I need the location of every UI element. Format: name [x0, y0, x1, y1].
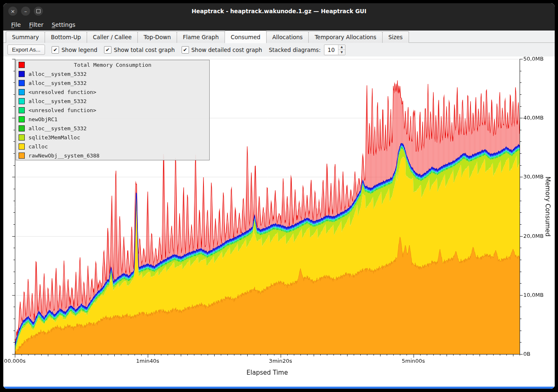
- tab-summary[interactable]: Summary: [6, 31, 45, 43]
- tab-bottom-up[interactable]: Bottom-Up: [45, 31, 87, 43]
- legend-item: alloc__system_5332: [16, 124, 209, 133]
- legend-item: alloc__system_5332: [16, 78, 209, 87]
- show-legend-checkbox-group[interactable]: ✔ Show legend: [52, 46, 97, 54]
- legend-swatch: [19, 71, 25, 77]
- x-axis-title: Elapsed Time: [246, 369, 288, 376]
- x-tick-label: 3min20s: [269, 358, 292, 364]
- tab-top-down[interactable]: Top-Down: [137, 31, 177, 43]
- y-tick-label: 30,0MB: [523, 174, 544, 180]
- show-detailed-cost-checkbox[interactable]: ✔: [182, 46, 189, 54]
- y-tick-label: 0B: [523, 351, 530, 357]
- legend-swatch: [19, 107, 25, 113]
- x-tick-label: 1min40s: [136, 358, 159, 364]
- maximize-button[interactable]: [34, 7, 43, 16]
- tab-temporary-allocations[interactable]: Temporary Allocations: [308, 31, 382, 43]
- legend-item: <unresolved function>: [16, 87, 209, 96]
- spin-up-icon[interactable]: ▲: [338, 45, 345, 50]
- legend-swatch-total: [19, 62, 25, 68]
- x-tick-label: 00.000s: [4, 358, 26, 364]
- spin-down-icon[interactable]: ▼: [338, 50, 345, 55]
- show-legend-checkbox[interactable]: ✔: [52, 46, 59, 54]
- legend-swatch: [19, 125, 25, 131]
- legend-title-row: Total Memory Consumption: [16, 60, 209, 69]
- legend-item: alloc__system_5332: [16, 69, 209, 78]
- show-detailed-cost-checkbox-group[interactable]: ✔ Show detailed cost graph: [182, 46, 262, 54]
- show-total-cost-checkbox-group[interactable]: ✔ Show total cost graph: [104, 46, 175, 54]
- legend-item: rawNewObj__system_6388: [16, 151, 209, 160]
- show-legend-label[interactable]: Show legend: [61, 47, 97, 53]
- window-controls: × –: [8, 3, 43, 19]
- tab-sizes[interactable]: Sizes: [382, 31, 409, 43]
- legend-item: calloc: [16, 142, 209, 151]
- stacked-diagrams-value[interactable]: 10: [324, 45, 338, 55]
- export-as-button[interactable]: Export As...: [7, 45, 45, 55]
- tab-consumed[interactable]: Consumed: [225, 31, 267, 43]
- legend-swatch: [19, 80, 25, 86]
- tab-allocations[interactable]: Allocations: [266, 31, 309, 43]
- toolbar: Export As... ✔ Show legend ✔ Show total …: [3, 43, 555, 56]
- close-icon: ×: [11, 9, 15, 14]
- show-detailed-cost-label[interactable]: Show detailed cost graph: [192, 47, 262, 53]
- show-total-cost-checkbox[interactable]: ✔: [104, 46, 111, 54]
- y-axis-title: Memory Consumed: [544, 176, 551, 237]
- tab-caller-callee[interactable]: Caller / Callee: [87, 31, 138, 43]
- maximize-icon: [36, 9, 40, 13]
- chart-region: Total Memory Consumption alloc__system_5…: [3, 56, 555, 388]
- legend-swatch: [19, 143, 25, 150]
- legend-title: Total Memory Consumption: [19, 62, 207, 68]
- menubar: File Filter Settings: [3, 19, 555, 31]
- legend-swatch: [19, 116, 25, 122]
- legend-item: <unresolved function>: [16, 106, 209, 115]
- menu-settings[interactable]: Settings: [48, 20, 79, 29]
- legend-swatch: [19, 134, 25, 141]
- bottom-accent-bar: [3, 387, 555, 389]
- legend-item: alloc__system_5332: [16, 96, 209, 106]
- legend-swatch: [19, 89, 25, 95]
- legend-swatch: [19, 153, 25, 159]
- y-tick-label: 10,0MB: [523, 292, 544, 298]
- minimize-button[interactable]: –: [21, 7, 30, 16]
- stacked-diagrams-label: Stacked diagrams:: [269, 47, 321, 53]
- minimize-icon: –: [24, 9, 27, 14]
- y-tick-label: 20,0MB: [523, 233, 544, 239]
- menu-file[interactable]: File: [7, 20, 24, 29]
- spinbox-arrows: ▲ ▼: [338, 45, 345, 55]
- x-tick-label: 5min00s: [402, 358, 425, 364]
- legend-swatch: [19, 98, 25, 104]
- tabbar: Summary Bottom-Up Caller / Callee Top-Do…: [3, 31, 555, 43]
- menu-filter[interactable]: Filter: [25, 20, 47, 29]
- chart-legend: Total Memory Consumption alloc__system_5…: [16, 60, 210, 160]
- show-total-cost-label[interactable]: Show total cost graph: [114, 47, 175, 53]
- y-tick-label: 40,0MB: [523, 115, 544, 121]
- legend-item: sqlite3MemMalloc: [16, 133, 209, 142]
- titlebar[interactable]: × – Heaptrack - heaptrack.wakunode.1.gz …: [3, 3, 555, 19]
- app-window: × – Heaptrack - heaptrack.wakunode.1.gz …: [3, 3, 555, 389]
- stacked-diagrams-spinbox[interactable]: 10 ▲ ▼: [324, 45, 345, 55]
- tab-flame-graph[interactable]: Flame Graph: [177, 31, 225, 43]
- window-title: Heaptrack - heaptrack.wakunode.1.gz — He…: [192, 8, 366, 14]
- close-button[interactable]: ×: [8, 7, 17, 16]
- stacked-diagrams-group: Stacked diagrams: 10 ▲ ▼: [269, 45, 345, 55]
- legend-item: newObjRC1: [16, 115, 209, 124]
- y-tick-label: 50,0MB: [523, 56, 544, 62]
